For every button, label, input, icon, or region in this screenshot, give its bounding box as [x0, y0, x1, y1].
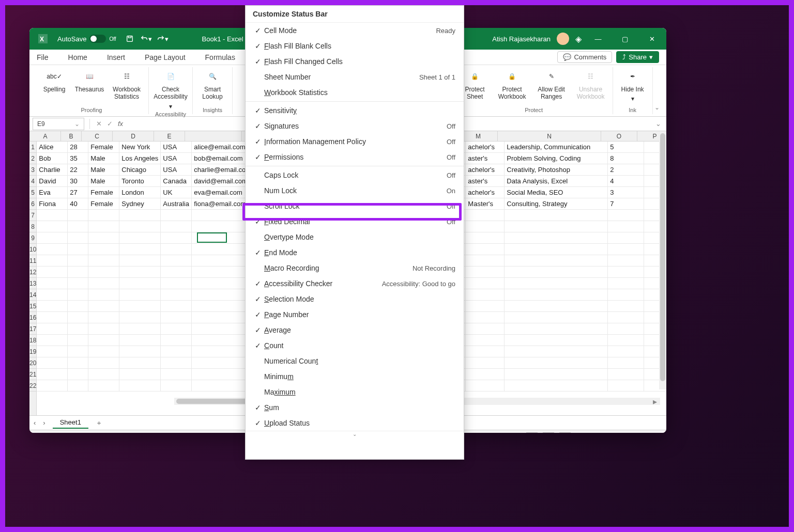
cell[interactable] [466, 244, 505, 255]
add-sheet-icon[interactable]: ＋ [96, 418, 102, 428]
cell[interactable] [505, 312, 608, 323]
col-header[interactable] [185, 131, 242, 141]
cell[interactable]: London [119, 187, 161, 198]
cell[interactable] [37, 335, 68, 346]
cell[interactable] [37, 267, 68, 278]
cell[interactable] [161, 289, 192, 301]
cell[interactable] [192, 255, 249, 267]
cell[interactable]: 28 [68, 142, 88, 153]
minimize-button[interactable]: ― [588, 30, 608, 47]
cell[interactable] [608, 380, 644, 392]
cell[interactable] [505, 255, 608, 267]
cell[interactable]: Canada [161, 176, 192, 187]
cell[interactable]: David [37, 176, 68, 187]
cell[interactable]: 7 [608, 198, 644, 210]
cell[interactable]: 5 [608, 142, 644, 153]
cell[interactable] [505, 301, 608, 312]
cell[interactable] [68, 232, 88, 244]
cell[interactable] [88, 369, 119, 380]
col-header[interactable]: N [498, 131, 601, 141]
menu-item[interactable]: ✓Flash Fill Blank Cells [246, 38, 464, 54]
cell[interactable] [608, 210, 644, 221]
page-break-view-icon[interactable]: ⊞ [559, 432, 571, 433]
cell[interactable] [192, 221, 249, 232]
comments-button[interactable]: 💬Comments [557, 51, 612, 63]
cell[interactable]: Sydney [119, 198, 161, 210]
cell[interactable] [192, 278, 249, 289]
cell[interactable] [161, 357, 192, 369]
row-header[interactable]: 22 [29, 380, 36, 392]
cell[interactable] [608, 357, 644, 369]
cell[interactable]: fiona@email.com [192, 198, 249, 210]
spelling-button[interactable]: abc✓Spelling [39, 67, 70, 106]
cell[interactable] [37, 369, 68, 380]
cell[interactable] [119, 289, 161, 301]
cell[interactable] [88, 267, 119, 278]
cell[interactable]: Master's [466, 198, 505, 210]
cell[interactable] [505, 357, 608, 369]
cell[interactable] [192, 301, 249, 312]
menu-item[interactable]: ✓Count [246, 338, 464, 353]
cell[interactable] [68, 380, 88, 392]
expand-formula-bar-icon[interactable]: ⌄ [655, 120, 661, 128]
cell[interactable] [192, 369, 249, 380]
cell[interactable] [37, 278, 68, 289]
prev-sheet-icon[interactable]: ‹ [34, 419, 36, 427]
menu-item[interactable]: ✓Information Management PolicyOff [246, 134, 464, 149]
cell[interactable] [466, 369, 505, 380]
row-header[interactable]: 14 [29, 289, 36, 301]
cell[interactable]: charlie@email.com [192, 164, 249, 176]
cell[interactable]: USA [161, 142, 192, 153]
cell[interactable] [68, 267, 88, 278]
cell[interactable] [505, 244, 608, 255]
row-header[interactable]: 12 [29, 267, 36, 278]
menu-item[interactable]: ✓Upload Status [246, 415, 464, 431]
cell[interactable] [88, 289, 119, 301]
cell[interactable] [505, 232, 608, 244]
cell[interactable] [608, 232, 644, 244]
menu-item[interactable]: ✓Fixed DecimalOff [246, 214, 464, 229]
menu-item[interactable]: ✓Flash Fill Changed Cells [246, 54, 464, 69]
cell[interactable]: aster's [466, 153, 505, 164]
cell[interactable] [192, 346, 249, 357]
cell[interactable] [37, 312, 68, 323]
cell[interactable] [161, 232, 192, 244]
cell[interactable] [608, 255, 644, 267]
cell[interactable] [505, 210, 608, 221]
menu-item[interactable]: ✓Cell ModeReady [246, 23, 464, 38]
cell[interactable]: Fiona [37, 198, 68, 210]
cell[interactable] [37, 244, 68, 255]
cell[interactable] [68, 210, 88, 221]
cell[interactable] [119, 301, 161, 312]
row-header[interactable]: 7 [29, 210, 36, 221]
cell[interactable] [68, 346, 88, 357]
row-header[interactable]: 1 [29, 142, 36, 153]
cell[interactable] [161, 210, 192, 221]
cell[interactable]: USA [161, 153, 192, 164]
cell[interactable]: Male [88, 164, 119, 176]
cell[interactable] [88, 323, 119, 335]
col-header[interactable]: C [82, 131, 113, 141]
menu-item[interactable]: ✓Sum [246, 400, 464, 415]
workbook-stats-button[interactable]: ☷Workbook Statistics [109, 67, 144, 106]
tab-page-layout[interactable]: Page Layout [145, 53, 186, 61]
close-button[interactable]: ✕ [642, 30, 662, 47]
cell[interactable] [466, 232, 505, 244]
username[interactable]: Atish Rajasekharan [492, 35, 551, 43]
cell[interactable]: 2 [608, 164, 644, 176]
collapse-ribbon-icon[interactable]: ⌄ [653, 67, 661, 114]
cell[interactable]: Charlie [37, 164, 68, 176]
cell[interactable] [466, 278, 505, 289]
maximize-button[interactable]: ▢ [615, 30, 635, 47]
col-header[interactable]: O [601, 131, 637, 141]
cell[interactable] [466, 267, 505, 278]
row-header[interactable]: 17 [29, 323, 36, 335]
cell[interactable] [466, 380, 505, 392]
cell[interactable] [68, 357, 88, 369]
row-header[interactable]: 5 [29, 187, 36, 198]
row-header[interactable]: 9 [29, 232, 36, 244]
tab-insert[interactable]: Insert [107, 53, 125, 61]
cell[interactable] [161, 369, 192, 380]
page-layout-view-icon[interactable]: ▤ [543, 432, 554, 433]
cell[interactable] [37, 232, 68, 244]
